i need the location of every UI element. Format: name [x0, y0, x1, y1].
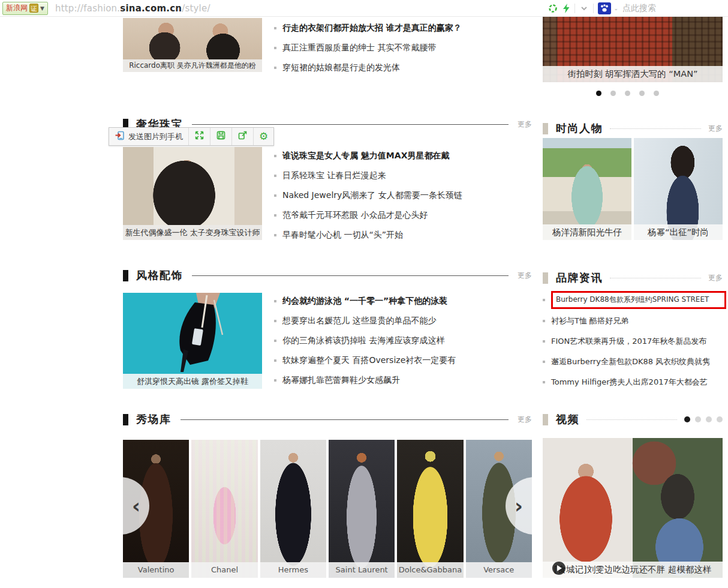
pagination-dot[interactable]: [684, 416, 690, 422]
style-feature-card[interactable]: 舒淇穿恨天高出镜 露价签又掉鞋: [123, 293, 262, 389]
divider: [593, 4, 594, 13]
news-item[interactable]: 穿短裙的姑娘都是行走的发光体: [274, 62, 532, 74]
video-card[interactable]: [食城记]刘雯边吃边玩还不胖 超模都这样: [543, 438, 723, 578]
style-more-link[interactable]: 更多: [518, 271, 532, 281]
style-section-header: 风格配饰 更多: [123, 269, 532, 282]
jewelry-feature-caption: 新生代偶像盛一伦 太子变身珠宝设计师: [123, 225, 262, 240]
people-card-caption: 杨洋清新阳光牛仔: [543, 224, 631, 240]
news-item[interactable]: 早春时髦小心机 一切从“头”开始: [274, 229, 532, 241]
section-bullet-icon: [543, 272, 548, 284]
section-divider: [610, 278, 701, 278]
share-image-button[interactable]: [232, 128, 254, 145]
street-snap-card[interactable]: 街拍时刻 胡军挥洒大写的 “MAN”: [543, 17, 723, 82]
news-item[interactable]: 衬衫与T恤 酷搭好兄弟: [543, 315, 728, 327]
news-item-text: 早春时髦小心机 一切从“头”开始: [282, 230, 403, 241]
news-item[interactable]: 范爷戴千元耳环惹眼 小众品才是心头好: [274, 209, 532, 221]
runway-brand-label: Saint Laurent: [329, 562, 395, 578]
runway-card-saint-laurent[interactable]: Saint Laurent: [329, 440, 395, 578]
people-card-caption: 杨幂“出征”时尚: [634, 224, 723, 240]
news-item[interactable]: 你的三角泳裤该扔掉啦 去海滩应该穿成这样: [274, 335, 532, 347]
bullet-icon: [274, 194, 276, 197]
bullet-icon: [274, 359, 276, 362]
top-news-list: 行走的衣架们都开始放大招 谁才是真正的赢家？ 真正注重西服质量的绅士 其实不常戴…: [274, 22, 532, 82]
brand-more-link[interactable]: 更多: [708, 273, 723, 283]
runway-image: [329, 440, 395, 578]
news-item[interactable]: 谁说珠宝是女人专属 魅力值MAX男星都在戴: [274, 150, 532, 162]
pagination-dot[interactable]: [717, 416, 723, 422]
send-to-phone-icon: [115, 130, 125, 143]
chevron-right-icon: ›: [515, 496, 523, 516]
chevron-down-icon[interactable]: [579, 4, 589, 13]
style-section-title: 风格配饰: [136, 268, 183, 283]
section-bullet-icon: [123, 270, 128, 281]
people-card[interactable]: 杨洋清新阳光牛仔: [543, 138, 631, 240]
section-divider: [610, 128, 701, 129]
news-item[interactable]: FION艺术联乘再升级，2017年秋冬新品发布: [543, 335, 728, 347]
pagination-dot[interactable]: [596, 91, 601, 96]
send-to-phone-label: 发送图片到手机: [128, 131, 183, 142]
bullet-icon: [543, 299, 545, 301]
people-card[interactable]: 杨幂“出征”时尚: [634, 138, 723, 240]
refresh-icon[interactable]: [548, 4, 558, 13]
bullet-icon: [274, 234, 276, 236]
bullet-icon: [543, 340, 545, 343]
news-item[interactable]: 想要穿出名媛范儿 这些显贵的单品不能少: [274, 315, 532, 327]
browser-address-bar[interactable]: 新浪网 证 ▼ http://fashion.sina.com.cn/style…: [0, 0, 728, 17]
paw-search-icon[interactable]: [598, 2, 611, 14]
news-item[interactable]: 杨幂娜扎靠芭蕾舞鞋少女感飙升: [274, 374, 532, 386]
runway-card-dolce-gabbana[interactable]: Dolce&Gabbana: [397, 440, 463, 578]
people-more-link[interactable]: 更多: [708, 124, 723, 134]
top-feature-caption: Riccardo离职 吴亦凡许魏洲都是他的粉: [123, 59, 262, 72]
pagination-dot[interactable]: [654, 91, 659, 96]
runway-section-header: 秀场库 更多: [123, 413, 532, 426]
video-caption: [食城记]刘雯边吃边玩还不胖 超模都这样: [543, 562, 723, 578]
news-item[interactable]: 邂逅Burberry全新包款DK88 风衣织纹典就隽: [543, 356, 728, 368]
chevron-down-icon: ▼: [40, 5, 44, 11]
news-item-text: 邂逅Burberry全新包款DK88 风衣织纹典就隽: [551, 356, 710, 367]
runway-brand-label: Chanel: [191, 562, 257, 578]
news-item[interactable]: 日系轻珠宝 让春日烂漫起来: [274, 170, 532, 182]
runway-card-chanel[interactable]: Chanel: [191, 440, 257, 578]
news-item[interactable]: Tommy Hilfiger携夫人出席2017年大都会艺: [543, 376, 728, 388]
runway-more-link[interactable]: 更多: [518, 415, 532, 425]
news-item-text: 你的三角泳裤该扔掉啦 去海滩应该穿成这样: [282, 335, 444, 346]
style-news-list: 约会就约游泳池 “一千零一”种拿下他的泳装 想要穿出名媛范儿 这些显贵的单品不能…: [274, 295, 532, 394]
news-item-text: 谁说珠宝是女人专属 魅力值MAX男星都在戴: [282, 151, 449, 161]
site-badge-label: 新浪网: [6, 3, 28, 13]
runway-card-hermes[interactable]: Hermes: [260, 440, 326, 578]
pagination-dot[interactable]: [639, 91, 645, 96]
settings-button[interactable]: ⚙: [254, 128, 273, 145]
video-thumbnail: [543, 438, 723, 578]
news-item[interactable]: 约会就约游泳池 “一千零一”种拿下他的泳装: [274, 295, 532, 307]
pagination-dot[interactable]: [706, 416, 712, 422]
news-item-text: FION艺术联乘再升级，2017年秋冬新品发布: [551, 336, 706, 347]
top-feature-card[interactable]: Riccardo离职 吴亦凡许魏洲都是他的粉: [123, 18, 262, 72]
jewelry-feature-card[interactable]: 新生代偶像盛一伦 太子变身珠宝设计师: [123, 147, 262, 240]
news-item[interactable]: 软妹穿遍整个夏天 百搭Oversize衬衣一定要有: [274, 355, 532, 367]
speed-bolt-icon[interactable]: [562, 4, 570, 13]
share-icon: [237, 130, 248, 143]
pagination-dot[interactable]: [625, 91, 630, 96]
search-hint[interactable]: 点此搜索: [622, 3, 656, 14]
expand-image-button[interactable]: [189, 128, 210, 145]
jewelry-more-link[interactable]: 更多: [518, 119, 532, 130]
news-item[interactable]: 行走的衣架们都开始放大招 谁才是真正的赢家？: [274, 22, 532, 34]
news-item-text: 行走的衣架们都开始放大招 谁才是真正的赢家？: [282, 23, 462, 34]
site-verification-badge[interactable]: 新浪网 证 ▼: [2, 2, 48, 15]
people-section-title: 时尚人物: [556, 121, 603, 136]
play-icon[interactable]: [552, 562, 565, 575]
news-item[interactable]: 真正注重西服质量的绅士 其实不常戴腰带: [274, 42, 532, 54]
news-item[interactable]: Naked Jewelry风潮来了 女人都需要一条长颈链: [274, 190, 532, 202]
send-to-phone-button[interactable]: 发送图片到手机: [109, 128, 189, 145]
section-divider: [181, 419, 509, 420]
news-item-highlighted[interactable]: Burberry DK88包款系列纽约SPRING STREET: [543, 291, 728, 309]
bullet-icon: [543, 381, 545, 383]
save-image-button[interactable]: [210, 128, 232, 145]
pagination-dot[interactable]: [695, 416, 701, 422]
pagination-dot[interactable]: [610, 91, 616, 96]
brand-section-title: 品牌资讯: [556, 271, 603, 285]
section-divider: [586, 419, 677, 420]
section-divider: [192, 124, 509, 125]
url-text[interactable]: http://fashion.sina.com.cn/style/: [55, 3, 210, 14]
video-pagination: [684, 416, 723, 422]
